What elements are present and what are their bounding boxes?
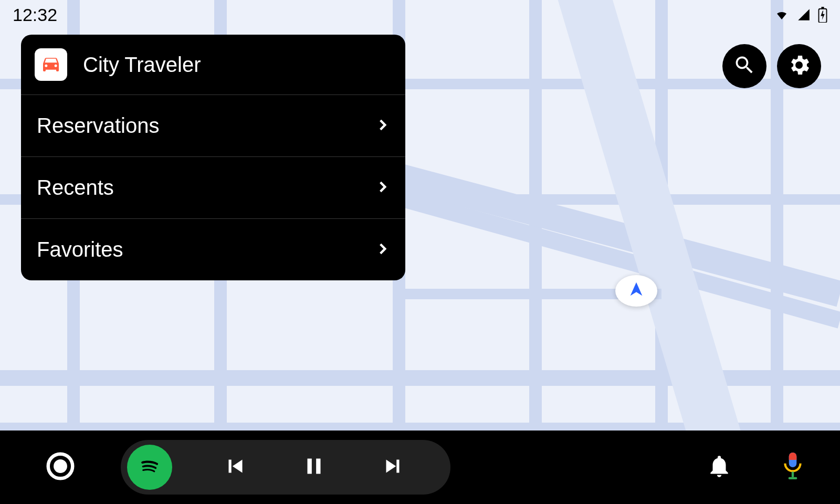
menu-item-favorites[interactable]: Favorites: [21, 219, 405, 280]
search-button[interactable]: [722, 44, 766, 88]
bottom-bar: [0, 430, 840, 504]
status-icons: [774, 7, 827, 23]
launcher-button[interactable]: [42, 449, 79, 486]
menu-label: Reservations: [37, 114, 159, 138]
menu-item-reservations[interactable]: Reservations: [21, 95, 405, 157]
google-mic-icon: [780, 450, 806, 484]
voice-assistant-button[interactable]: [777, 452, 808, 483]
status-bar: 12:32: [0, 0, 840, 29]
chevron-right-icon: [376, 180, 390, 196]
cell-signal-icon: [796, 8, 812, 22]
top-actions: [722, 44, 821, 88]
app-icon: [35, 48, 67, 81]
chevron-right-icon: [376, 118, 390, 134]
notifications-button[interactable]: [704, 452, 735, 483]
bottom-right-actions: [704, 452, 808, 483]
svg-rect-5: [792, 471, 794, 477]
skip-previous-icon: [222, 453, 248, 481]
settings-button[interactable]: [777, 44, 821, 88]
clock: 12:32: [13, 5, 57, 25]
previous-track-button[interactable]: [219, 452, 251, 483]
chevron-right-icon: [376, 242, 390, 258]
svg-rect-6: [789, 477, 797, 479]
panel-header: City Traveler: [21, 35, 405, 95]
svg-point-4: [54, 459, 67, 473]
media-app-button[interactable]: [127, 445, 172, 490]
current-location-marker[interactable]: [615, 275, 657, 307]
spotify-icon: [135, 452, 164, 482]
search-icon: [733, 54, 756, 79]
gear-icon: [786, 52, 812, 80]
side-panel: City Traveler Reservations Recents Favor…: [21, 35, 405, 280]
bell-icon: [706, 453, 732, 481]
app-title: City Traveler: [83, 53, 201, 77]
next-track-button[interactable]: [377, 452, 408, 483]
skip-next-icon: [380, 453, 406, 481]
play-pause-button[interactable]: [298, 452, 330, 483]
menu-label: Favorites: [37, 238, 123, 261]
pause-icon: [301, 453, 327, 481]
navigation-arrow-icon: [627, 281, 645, 301]
wifi-icon: [774, 8, 790, 21]
svg-rect-2: [822, 7, 824, 9]
screen: 12:32: [0, 0, 840, 504]
menu-label: Recents: [37, 176, 114, 200]
circle-icon: [44, 450, 77, 485]
menu-item-recents[interactable]: Recents: [21, 157, 405, 219]
media-controls: [121, 440, 450, 495]
battery-charging-icon: [818, 7, 827, 23]
car-icon: [40, 53, 61, 76]
